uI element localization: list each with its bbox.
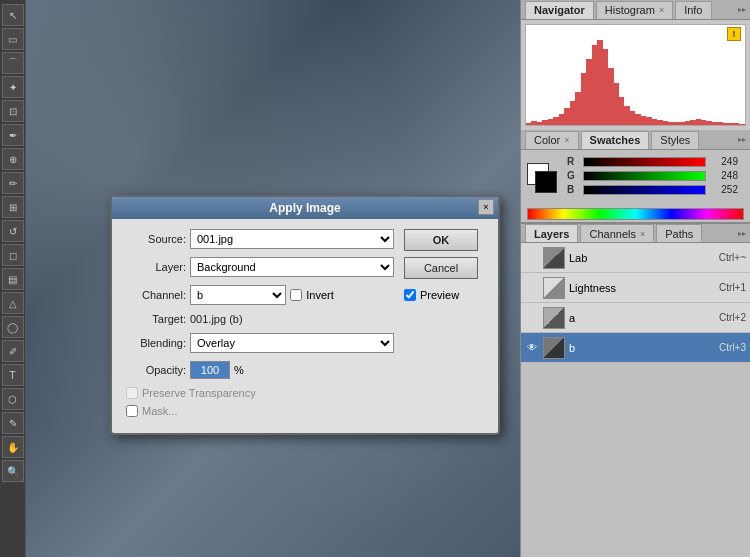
invert-label: Invert bbox=[306, 289, 334, 301]
channel-row: Channel: b Invert bbox=[126, 285, 394, 305]
tab-swatches[interactable]: Swatches bbox=[581, 131, 650, 149]
tab-color[interactable]: Color × bbox=[525, 131, 579, 149]
panel-collapse-arrow[interactable]: ▸▸ bbox=[738, 5, 746, 14]
color-tabs: Color × Swatches Styles ▸▸ bbox=[521, 130, 750, 150]
layer-row: Layer: Background bbox=[126, 257, 394, 277]
tab-paths[interactable]: Paths bbox=[656, 224, 702, 242]
layer-shortcut: Ctrl+2 bbox=[719, 312, 746, 323]
close-histogram-tab[interactable]: × bbox=[659, 5, 664, 15]
background-color[interactable] bbox=[535, 171, 557, 193]
g-label: G bbox=[567, 170, 579, 181]
tab-info[interactable]: Info bbox=[675, 1, 711, 19]
opacity-unit: % bbox=[234, 364, 244, 376]
layer-name: Lab bbox=[569, 252, 715, 264]
blending-row: Blending: Overlay bbox=[126, 333, 394, 353]
dialog-close-button[interactable]: × bbox=[478, 199, 494, 215]
dialog-overlay: Apply Image × Source: 001.jpg Layer: bbox=[0, 0, 520, 557]
tab-navigator[interactable]: Navigator bbox=[525, 1, 594, 19]
rgb-sliders: R 249 G 248 B 252 bbox=[561, 154, 744, 202]
layer-thumbnail bbox=[543, 247, 565, 269]
b-value: 252 bbox=[710, 184, 738, 195]
warning-icon: ! bbox=[727, 27, 741, 41]
g-value: 248 bbox=[710, 170, 738, 181]
histogram-bar bbox=[739, 124, 744, 125]
layer-item[interactable]: LabCtrl+~ bbox=[521, 243, 750, 273]
layer-label: Layer: bbox=[126, 261, 186, 273]
r-value: 249 bbox=[710, 156, 738, 167]
layer-thumbnail bbox=[543, 337, 565, 359]
layer-thumbnail bbox=[543, 277, 565, 299]
tab-channels[interactable]: Channels × bbox=[580, 224, 654, 242]
source-row: Source: 001.jpg bbox=[126, 229, 394, 249]
layer-shortcut: Ctrl+3 bbox=[719, 342, 746, 353]
layer-visibility-icon[interactable] bbox=[525, 251, 539, 265]
layer-shortcut: Ctrl+~ bbox=[719, 252, 746, 263]
target-value: 001.jpg (b) bbox=[190, 313, 243, 325]
preview-checkbox[interactable] bbox=[404, 289, 416, 301]
histogram-bars bbox=[526, 40, 745, 125]
cancel-button[interactable]: Cancel bbox=[404, 257, 478, 279]
preview-label: Preview bbox=[420, 289, 459, 301]
navigator-tabs: Navigator Histogram × Info ▸▸ bbox=[521, 0, 750, 20]
layers-panel-collapse[interactable]: ▸▸ bbox=[738, 229, 746, 238]
b-slider[interactable] bbox=[583, 185, 706, 195]
apply-image-dialog: Apply Image × Source: 001.jpg Layer: bbox=[110, 195, 500, 435]
layer-item[interactable]: LightnessCtrl+1 bbox=[521, 273, 750, 303]
color-panel: Color × Swatches Styles ▸▸ R 249 bbox=[521, 130, 750, 223]
channel-label: Channel: bbox=[126, 289, 186, 301]
b-slider-row: B 252 bbox=[567, 184, 738, 195]
mask-label: Mask... bbox=[142, 405, 177, 417]
target-label: Target: bbox=[126, 313, 186, 325]
spectrum-bar[interactable] bbox=[527, 208, 744, 220]
histogram-chart: ! bbox=[525, 24, 746, 126]
right-panel: Navigator Histogram × Info ▸▸ ! bbox=[520, 0, 750, 557]
layer-shortcut: Ctrl+1 bbox=[719, 282, 746, 293]
layers-tabs: Layers Channels × Paths ▸▸ bbox=[521, 223, 750, 243]
channel-select[interactable]: b bbox=[190, 285, 286, 305]
target-row: Target: 001.jpg (b) bbox=[126, 313, 394, 325]
layer-visibility-icon[interactable] bbox=[525, 281, 539, 295]
r-slider[interactable] bbox=[583, 157, 706, 167]
layer-visibility-icon[interactable]: 👁 bbox=[525, 341, 539, 355]
blending-select[interactable]: Overlay bbox=[190, 333, 394, 353]
layer-item[interactable]: 👁bCtrl+3 bbox=[521, 333, 750, 363]
layer-visibility-icon[interactable] bbox=[525, 311, 539, 325]
tab-styles[interactable]: Styles bbox=[651, 131, 699, 149]
close-color-tab[interactable]: × bbox=[564, 135, 569, 145]
layer-thumbnail bbox=[543, 307, 565, 329]
color-swatch-preview: R 249 G 248 B 252 bbox=[521, 150, 750, 206]
layers-list: LabCtrl+~LightnessCtrl+1aCtrl+2👁bCtrl+3 bbox=[521, 243, 750, 363]
navigator-content: ! bbox=[521, 20, 750, 130]
preview-row: Preview bbox=[404, 289, 484, 301]
r-slider-row: R 249 bbox=[567, 156, 738, 167]
tab-histogram[interactable]: Histogram × bbox=[596, 1, 673, 19]
layer-name: b bbox=[569, 342, 715, 354]
source-select[interactable]: 001.jpg bbox=[190, 229, 394, 249]
ok-button[interactable]: OK bbox=[404, 229, 478, 251]
opacity-input[interactable]: 100 bbox=[190, 361, 230, 379]
dialog-titlebar: Apply Image × bbox=[112, 197, 498, 219]
dialog-title: Apply Image bbox=[269, 201, 340, 215]
layer-name: Lightness bbox=[569, 282, 715, 294]
preserve-checkbox[interactable] bbox=[126, 387, 138, 399]
close-channels-tab[interactable]: × bbox=[640, 229, 645, 239]
r-label: R bbox=[567, 156, 579, 167]
g-slider[interactable] bbox=[583, 171, 706, 181]
source-label: Source: bbox=[126, 233, 186, 245]
tab-layers[interactable]: Layers bbox=[525, 224, 578, 242]
layer-select[interactable]: Background bbox=[190, 257, 394, 277]
preserve-label: Preserve Transparency bbox=[142, 387, 256, 399]
navigator-panel: Navigator Histogram × Info ▸▸ ! bbox=[521, 0, 750, 130]
b-label: B bbox=[567, 184, 579, 195]
layers-panel: Layers Channels × Paths ▸▸ LabCtrl+~Ligh… bbox=[521, 223, 750, 363]
dialog-form: Source: 001.jpg Layer: Background Channe… bbox=[126, 229, 394, 423]
g-slider-row: G 248 bbox=[567, 170, 738, 181]
layer-item[interactable]: aCtrl+2 bbox=[521, 303, 750, 333]
fg-bg-selector[interactable] bbox=[527, 163, 557, 193]
opacity-row: Opacity: 100 % bbox=[126, 361, 394, 379]
invert-checkbox[interactable] bbox=[290, 289, 302, 301]
mask-checkbox[interactable] bbox=[126, 405, 138, 417]
color-panel-collapse[interactable]: ▸▸ bbox=[738, 135, 746, 144]
dialog-buttons: OK Cancel Preview bbox=[404, 229, 484, 423]
blending-label: Blending: bbox=[126, 337, 186, 349]
